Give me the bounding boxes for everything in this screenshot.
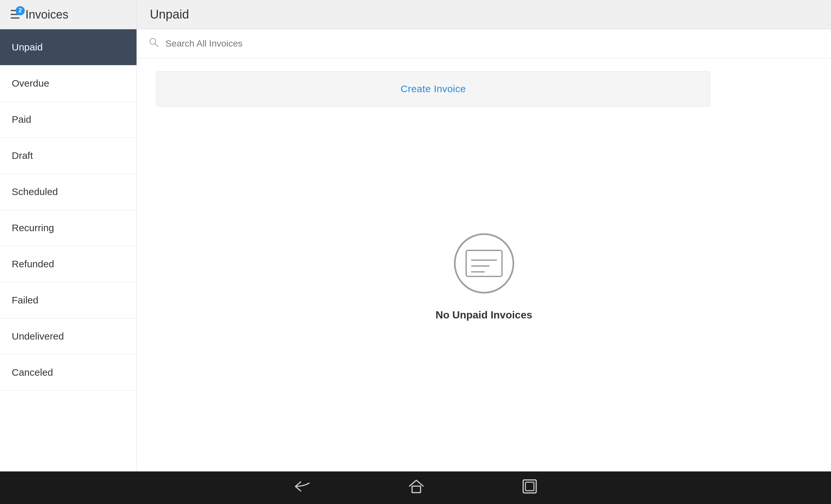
svg-line-1 — [155, 43, 158, 47]
sidebar-item-undelivered[interactable]: Undelivered — [0, 319, 137, 355]
sidebar-item-recurring[interactable]: Recurring — [0, 210, 137, 246]
sidebar-item-canceled[interactable]: Canceled — [0, 355, 137, 391]
sidebar-item-failed[interactable]: Failed — [0, 282, 137, 319]
create-invoice-section: Create Invoice — [137, 58, 831, 107]
empty-state-text: No Unpaid Invoices — [435, 309, 532, 321]
sidebar-item-overdue[interactable]: Overdue — [0, 65, 137, 101]
main-content: Unpaid Overdue Paid Draft Scheduled Recu… — [0, 29, 831, 471]
svg-rect-7 — [412, 486, 421, 493]
sidebar-item-scheduled[interactable]: Scheduled — [0, 174, 137, 210]
svg-point-2 — [455, 234, 513, 293]
recents-button[interactable] — [522, 479, 537, 497]
sidebar: Unpaid Overdue Paid Draft Scheduled Recu… — [0, 29, 137, 471]
top-header: ☰ 2 Invoices Unpaid — [0, 0, 831, 29]
svg-rect-9 — [525, 482, 534, 491]
sidebar-item-draft[interactable]: Draft — [0, 138, 137, 174]
search-bar — [137, 29, 831, 58]
sidebar-item-paid[interactable]: Paid — [0, 101, 137, 138]
menu-button[interactable]: ☰ 2 — [10, 9, 20, 21]
sidebar-item-unpaid[interactable]: Unpaid — [0, 29, 137, 65]
back-button[interactable] — [294, 480, 310, 495]
page-title: Unpaid — [150, 7, 189, 22]
search-input[interactable] — [166, 38, 819, 49]
empty-state: No Unpaid Invoices — [137, 107, 831, 471]
search-icon — [148, 37, 159, 50]
bottom-nav-bar — [0, 471, 831, 504]
app-title: Invoices — [25, 8, 68, 22]
header-left: ☰ 2 Invoices — [0, 0, 137, 29]
create-invoice-button[interactable]: Create Invoice — [156, 71, 710, 107]
content-area: Create Invoice No Unpaid Invoices — [137, 29, 831, 471]
sidebar-item-refunded[interactable]: Refunded — [0, 246, 137, 282]
header-right: Unpaid — [137, 0, 831, 29]
empty-invoice-icon — [452, 231, 517, 296]
home-button[interactable] — [408, 479, 425, 497]
notification-badge: 2 — [16, 6, 25, 15]
